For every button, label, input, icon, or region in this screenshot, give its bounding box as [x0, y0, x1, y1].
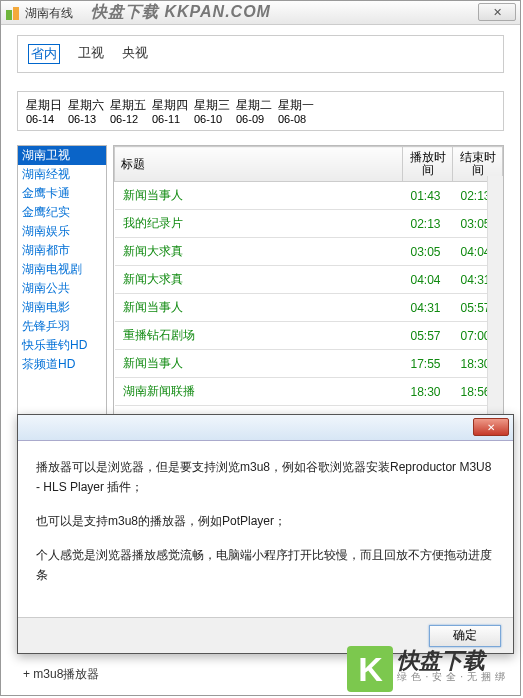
table-header-row: 标题 播放时间 结束时间 — [115, 147, 503, 182]
title-bar: 湖南有线 快盘下载 KKPAN.COM ✕ — [1, 1, 520, 25]
cell-title: 重播钻石剧场 — [115, 322, 403, 350]
app-icon — [5, 5, 21, 21]
channel-item[interactable]: 湖南电影 — [18, 298, 106, 317]
source-tab-2[interactable]: 央视 — [122, 44, 148, 64]
cell-title: 湖南新闻联播 — [115, 378, 403, 406]
cell-title: 新闻当事人 — [115, 182, 403, 210]
close-icon: ✕ — [493, 6, 502, 19]
table-row[interactable]: 新闻当事人04:3105:57 — [115, 294, 503, 322]
dialog-para-2: 也可以是支持m3u8的播放器，例如PotPlayer； — [36, 511, 495, 531]
cell-title: 我的纪录片 — [115, 210, 403, 238]
channel-item[interactable]: 先锋乒羽 — [18, 317, 106, 336]
date-tab-5[interactable]: 星期二06-09 — [236, 98, 272, 126]
channel-item[interactable]: 快乐垂钓HD — [18, 336, 106, 355]
cell-title: 新闻大求真 — [115, 238, 403, 266]
brand-big: 快盘下载 — [397, 653, 509, 669]
channel-item[interactable]: 湖南卫视 — [18, 146, 106, 165]
watermark-text: 快盘下载 KKPAN.COM — [91, 2, 271, 23]
channel-item[interactable]: 金鹰卡通 — [18, 184, 106, 203]
date-tab-2[interactable]: 星期五06-12 — [110, 98, 146, 126]
channel-item[interactable]: 湖南都市 — [18, 241, 106, 260]
channel-item[interactable]: 湖南娱乐 — [18, 222, 106, 241]
brand-text: 快盘下载 绿色·安全·无捆绑 — [397, 653, 509, 685]
cell-start: 02:13 — [403, 210, 453, 238]
svg-rect-0 — [6, 10, 12, 20]
cell-title: 新闻当事人 — [115, 294, 403, 322]
date-tab-1[interactable]: 星期六06-13 — [68, 98, 104, 126]
col-title[interactable]: 标题 — [115, 147, 403, 182]
cell-title: 新闻当事人 — [115, 350, 403, 378]
channel-item[interactable]: 湖南公共 — [18, 279, 106, 298]
svg-rect-1 — [13, 7, 19, 20]
window-title: 湖南有线 — [25, 1, 73, 25]
source-tab-1[interactable]: 卫视 — [78, 44, 104, 64]
dialog-body: 播放器可以是浏览器，但是要支持浏览m3u8，例如谷歌浏览器安装Reproduct… — [18, 441, 513, 615]
source-tabs: 省内卫视央视 — [17, 35, 504, 73]
brand-logo: K 快盘下载 绿色·安全·无捆绑 — [347, 646, 509, 692]
dialog-para-1: 播放器可以是浏览器，但是要支持浏览m3u8，例如谷歌浏览器安装Reproduct… — [36, 457, 495, 497]
close-icon: ✕ — [487, 422, 495, 433]
footer-text[interactable]: + m3u8播放器 — [23, 666, 99, 683]
ok-button[interactable]: 确定 — [429, 625, 501, 647]
dialog-title-bar: ✕ — [18, 415, 513, 441]
table-row[interactable]: 新闻大求真03:0504:04 — [115, 238, 503, 266]
program-table: 标题 播放时间 结束时间 新闻当事人01:4302:13我的纪录片02:1303… — [114, 146, 503, 406]
date-tab-0[interactable]: 星期日06-14 — [26, 98, 62, 126]
channel-item[interactable]: 茶频道HD — [18, 355, 106, 374]
source-tab-0[interactable]: 省内 — [28, 44, 60, 64]
table-row[interactable]: 新闻大求真04:0404:31 — [115, 266, 503, 294]
channel-item[interactable]: 湖南经视 — [18, 165, 106, 184]
dialog-close-button[interactable]: ✕ — [473, 418, 509, 436]
cell-start: 17:55 — [403, 350, 453, 378]
cell-start: 04:31 — [403, 294, 453, 322]
table-row[interactable]: 我的纪录片02:1303:05 — [115, 210, 503, 238]
channel-item[interactable]: 湖南电视剧 — [18, 260, 106, 279]
brand-small: 绿色·安全·无捆绑 — [397, 669, 509, 685]
cell-start: 01:43 — [403, 182, 453, 210]
date-tab-6[interactable]: 星期一06-08 — [278, 98, 314, 126]
dialog-para-3: 个人感觉是浏览器播放感觉流畅，电脑端小程序打开比较慢，而且回放不方便拖动进度条 — [36, 545, 495, 585]
cell-start: 18:30 — [403, 378, 453, 406]
table-row[interactable]: 新闻当事人01:4302:13 — [115, 182, 503, 210]
cell-title: 新闻大求真 — [115, 266, 403, 294]
brand-k-icon: K — [347, 646, 393, 692]
date-tabs: 星期日06-14星期六06-13星期五06-12星期四06-11星期三06-10… — [17, 91, 504, 131]
table-row[interactable]: 新闻当事人17:5518:30 — [115, 350, 503, 378]
col-start[interactable]: 播放时间 — [403, 147, 453, 182]
channel-item[interactable]: 金鹰纪实 — [18, 203, 106, 222]
cell-start: 05:57 — [403, 322, 453, 350]
date-tab-3[interactable]: 星期四06-11 — [152, 98, 188, 126]
info-dialog: ✕ 播放器可以是浏览器，但是要支持浏览m3u8，例如谷歌浏览器安装Reprodu… — [17, 414, 514, 654]
table-row[interactable]: 重播钻石剧场05:5707:00 — [115, 322, 503, 350]
date-tab-4[interactable]: 星期三06-10 — [194, 98, 230, 126]
window-close-button[interactable]: ✕ — [478, 3, 516, 21]
cell-start: 03:05 — [403, 238, 453, 266]
cell-start: 04:04 — [403, 266, 453, 294]
table-row[interactable]: 湖南新闻联播18:3018:56 — [115, 378, 503, 406]
